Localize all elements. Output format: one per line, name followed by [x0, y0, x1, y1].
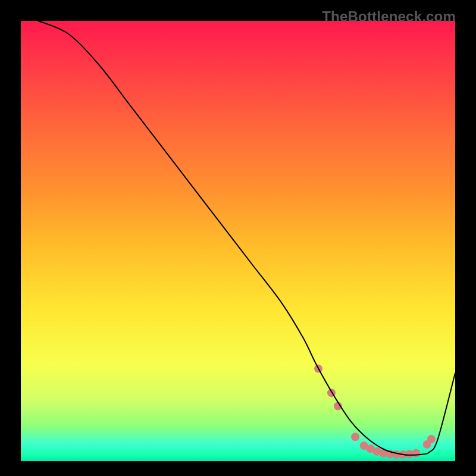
curve-marker: [351, 433, 359, 441]
chart-overlay: [21, 21, 455, 461]
curve-marker: [412, 449, 420, 458]
bottleneck-curve: [38, 21, 455, 455]
frame: TheBottleneck.com: [0, 0, 476, 476]
curve-marker: [427, 435, 436, 443]
